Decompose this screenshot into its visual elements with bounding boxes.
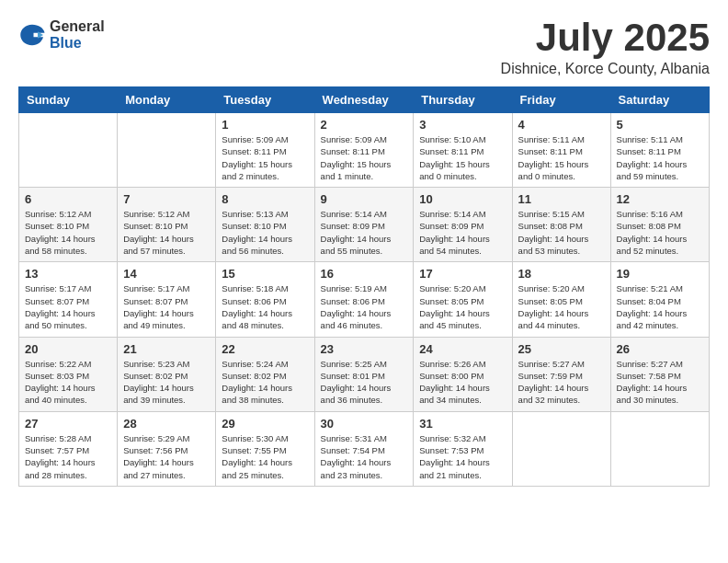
day-info: Sunrise: 5:11 AM Sunset: 8:11 PM Dayligh… (617, 133, 703, 182)
day-info: Sunrise: 5:29 AM Sunset: 7:56 PM Dayligh… (123, 432, 210, 481)
calendar-cell: 15Sunrise: 5:18 AM Sunset: 8:06 PM Dayli… (216, 262, 314, 337)
calendar-cell: 18Sunrise: 5:20 AM Sunset: 8:05 PM Dayli… (512, 262, 610, 337)
day-number: 13 (25, 267, 111, 281)
calendar-cell: 13Sunrise: 5:17 AM Sunset: 8:07 PM Dayli… (19, 262, 118, 337)
day-info: Sunrise: 5:31 AM Sunset: 7:54 PM Dayligh… (321, 432, 408, 481)
day-info: Sunrise: 5:20 AM Sunset: 8:05 PM Dayligh… (419, 282, 506, 331)
day-number: 3 (419, 118, 506, 132)
calendar-cell (610, 411, 709, 486)
day-number: 2 (321, 118, 408, 132)
day-info: Sunrise: 5:22 AM Sunset: 8:03 PM Dayligh… (25, 358, 111, 407)
weekday-header-row: SundayMondayTuesdayWednesdayThursdayFrid… (19, 87, 710, 113)
day-info: Sunrise: 5:26 AM Sunset: 8:00 PM Dayligh… (419, 358, 506, 407)
day-info: Sunrise: 5:24 AM Sunset: 8:02 PM Dayligh… (222, 358, 308, 407)
calendar-week-row: 13Sunrise: 5:17 AM Sunset: 8:07 PM Dayli… (19, 262, 710, 337)
calendar-table: SundayMondayTuesdayWednesdayThursdayFrid… (18, 86, 710, 487)
day-info: Sunrise: 5:27 AM Sunset: 7:58 PM Dayligh… (617, 358, 703, 407)
day-info: Sunrise: 5:13 AM Sunset: 8:10 PM Dayligh… (222, 208, 308, 257)
day-info: Sunrise: 5:25 AM Sunset: 8:01 PM Dayligh… (321, 358, 408, 407)
day-number: 11 (518, 192, 605, 206)
calendar-cell: 14Sunrise: 5:17 AM Sunset: 8:07 PM Dayli… (118, 262, 216, 337)
weekday-header: Thursday (414, 87, 512, 113)
logo: General Blue (18, 18, 105, 51)
logo-general: General (50, 18, 105, 35)
day-number: 16 (321, 267, 408, 281)
day-info: Sunrise: 5:27 AM Sunset: 7:59 PM Dayligh… (518, 358, 605, 407)
day-number: 29 (222, 417, 308, 431)
day-number: 15 (222, 267, 308, 281)
day-info: Sunrise: 5:09 AM Sunset: 8:11 PM Dayligh… (222, 133, 308, 182)
calendar-cell: 12Sunrise: 5:16 AM Sunset: 8:08 PM Dayli… (610, 188, 709, 262)
weekday-header: Friday (512, 87, 610, 113)
day-info: Sunrise: 5:14 AM Sunset: 8:09 PM Dayligh… (419, 208, 506, 257)
calendar-cell: 20Sunrise: 5:22 AM Sunset: 8:03 PM Dayli… (19, 337, 118, 411)
month-title: July 2025 (501, 18, 710, 57)
calendar-cell: 5Sunrise: 5:11 AM Sunset: 8:11 PM Daylig… (610, 113, 709, 188)
day-number: 20 (25, 342, 111, 356)
day-number: 27 (25, 417, 111, 431)
day-info: Sunrise: 5:17 AM Sunset: 8:07 PM Dayligh… (123, 282, 210, 331)
day-info: Sunrise: 5:30 AM Sunset: 7:55 PM Dayligh… (222, 432, 308, 481)
day-number: 19 (617, 267, 703, 281)
calendar-cell (19, 113, 118, 188)
day-number: 14 (123, 267, 210, 281)
calendar-cell: 8Sunrise: 5:13 AM Sunset: 8:10 PM Daylig… (216, 188, 314, 262)
day-number: 23 (321, 342, 408, 356)
day-info: Sunrise: 5:15 AM Sunset: 8:08 PM Dayligh… (518, 208, 605, 257)
day-number: 10 (419, 192, 506, 206)
day-number: 9 (321, 192, 408, 206)
day-number: 22 (222, 342, 308, 356)
calendar-week-row: 27Sunrise: 5:28 AM Sunset: 7:57 PM Dayli… (19, 411, 710, 486)
day-number: 6 (25, 192, 111, 206)
calendar-cell: 28Sunrise: 5:29 AM Sunset: 7:56 PM Dayli… (118, 411, 216, 486)
calendar-week-row: 1Sunrise: 5:09 AM Sunset: 8:11 PM Daylig… (19, 113, 710, 188)
calendar-cell: 2Sunrise: 5:09 AM Sunset: 8:11 PM Daylig… (314, 113, 414, 188)
day-info: Sunrise: 5:11 AM Sunset: 8:11 PM Dayligh… (518, 133, 605, 182)
day-info: Sunrise: 5:21 AM Sunset: 8:04 PM Dayligh… (617, 282, 703, 331)
day-number: 24 (419, 342, 506, 356)
weekday-header: Sunday (19, 87, 118, 113)
day-number: 5 (617, 118, 703, 132)
calendar-cell: 26Sunrise: 5:27 AM Sunset: 7:58 PM Dayli… (610, 337, 709, 411)
weekday-header: Saturday (610, 87, 709, 113)
day-number: 28 (123, 417, 210, 431)
day-info: Sunrise: 5:14 AM Sunset: 8:09 PM Dayligh… (321, 208, 408, 257)
day-info: Sunrise: 5:19 AM Sunset: 8:06 PM Dayligh… (321, 282, 408, 331)
page-header: General Blue July 2025 Dishnice, Korce C… (18, 18, 710, 77)
day-info: Sunrise: 5:17 AM Sunset: 8:07 PM Dayligh… (25, 282, 111, 331)
day-number: 25 (518, 342, 605, 356)
calendar-cell: 29Sunrise: 5:30 AM Sunset: 7:55 PM Dayli… (216, 411, 314, 486)
day-number: 31 (419, 417, 506, 431)
location-title: Dishnice, Korce County, Albania (501, 61, 710, 77)
calendar-cell: 9Sunrise: 5:14 AM Sunset: 8:09 PM Daylig… (314, 188, 414, 262)
calendar-cell: 1Sunrise: 5:09 AM Sunset: 8:11 PM Daylig… (216, 113, 314, 188)
day-info: Sunrise: 5:16 AM Sunset: 8:08 PM Dayligh… (617, 208, 703, 257)
calendar-cell: 4Sunrise: 5:11 AM Sunset: 8:11 PM Daylig… (512, 113, 610, 188)
calendar-cell: 25Sunrise: 5:27 AM Sunset: 7:59 PM Dayli… (512, 337, 610, 411)
day-number: 30 (321, 417, 408, 431)
calendar-week-row: 20Sunrise: 5:22 AM Sunset: 8:03 PM Dayli… (19, 337, 710, 411)
calendar-cell: 16Sunrise: 5:19 AM Sunset: 8:06 PM Dayli… (314, 262, 414, 337)
day-info: Sunrise: 5:12 AM Sunset: 8:10 PM Dayligh… (123, 208, 210, 257)
calendar-cell: 27Sunrise: 5:28 AM Sunset: 7:57 PM Dayli… (19, 411, 118, 486)
day-number: 1 (222, 118, 308, 132)
day-info: Sunrise: 5:20 AM Sunset: 8:05 PM Dayligh… (518, 282, 605, 331)
day-number: 18 (518, 267, 605, 281)
day-info: Sunrise: 5:12 AM Sunset: 8:10 PM Dayligh… (25, 208, 111, 257)
calendar-cell: 24Sunrise: 5:26 AM Sunset: 8:00 PM Dayli… (414, 337, 512, 411)
logo-blue: Blue (50, 35, 105, 52)
day-info: Sunrise: 5:10 AM Sunset: 8:11 PM Dayligh… (419, 133, 506, 182)
day-number: 21 (123, 342, 210, 356)
day-number: 26 (617, 342, 703, 356)
day-info: Sunrise: 5:18 AM Sunset: 8:06 PM Dayligh… (222, 282, 308, 331)
day-number: 4 (518, 118, 605, 132)
day-number: 7 (123, 192, 210, 206)
calendar-week-row: 6Sunrise: 5:12 AM Sunset: 8:10 PM Daylig… (19, 188, 710, 262)
day-info: Sunrise: 5:23 AM Sunset: 8:02 PM Dayligh… (123, 358, 210, 407)
weekday-header: Tuesday (216, 87, 314, 113)
calendar-cell: 17Sunrise: 5:20 AM Sunset: 8:05 PM Dayli… (414, 262, 512, 337)
calendar-cell: 30Sunrise: 5:31 AM Sunset: 7:54 PM Dayli… (314, 411, 414, 486)
calendar-cell: 10Sunrise: 5:14 AM Sunset: 8:09 PM Dayli… (414, 188, 512, 262)
title-area: July 2025 Dishnice, Korce County, Albani… (501, 18, 710, 77)
calendar-cell: 7Sunrise: 5:12 AM Sunset: 8:10 PM Daylig… (118, 188, 216, 262)
